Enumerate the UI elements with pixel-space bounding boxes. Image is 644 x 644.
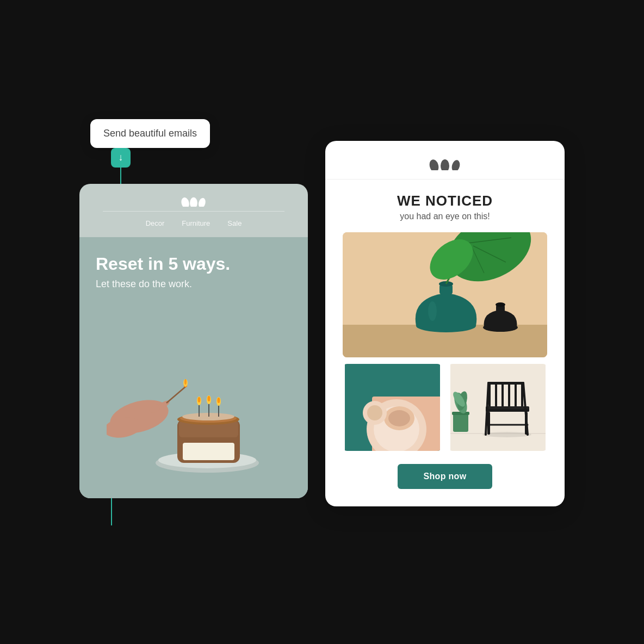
nav-item-sale[interactable]: Sale: [227, 219, 242, 227]
we-noticed-heading: WE NOTICED: [343, 193, 547, 209]
svg-line-7: [166, 387, 185, 403]
right-email-card: WE NOTICED you had an eye on this!: [325, 141, 565, 506]
left-email-card: Decor Furniture Sale Reset in 5 ways. Le…: [79, 184, 308, 498]
connector-line-top: [120, 168, 121, 184]
left-header-divider: [103, 211, 285, 212]
candle-svg: [107, 302, 281, 498]
svg-point-10: [184, 379, 187, 385]
svg-point-29: [441, 159, 449, 170]
left-email-header: Decor Furniture Sale: [79, 184, 308, 237]
svg-point-27: [218, 398, 220, 403]
svg-rect-69: [486, 406, 529, 409]
candle-image: [79, 302, 308, 498]
svg-point-23: [198, 397, 201, 403]
chair-product-image: [448, 364, 547, 451]
main-container: Send beautiful emails ↓ Deco: [58, 97, 586, 547]
right-logo: [429, 154, 461, 170]
plates-svg: [345, 364, 440, 451]
svg-point-0: [180, 196, 190, 207]
svg-point-2: [197, 197, 206, 207]
hero-subtitle: Let these do the work.: [96, 278, 230, 290]
left-column: Send beautiful emails ↓ Deco: [79, 119, 308, 525]
vase-product-svg: [343, 232, 547, 357]
svg-point-25: [208, 396, 210, 401]
arrow-down-button[interactable]: ↓: [111, 148, 131, 168]
nav-item-decor[interactable]: Decor: [146, 219, 165, 227]
chair-svg: [450, 364, 546, 451]
svg-point-1: [190, 197, 197, 206]
shop-now-button[interactable]: Shop now: [398, 464, 493, 489]
nav-item-furniture[interactable]: Furniture: [182, 219, 210, 227]
svg-rect-66: [515, 383, 517, 408]
right-email-body: WE NOTICED you had an eye on this!: [325, 179, 565, 506]
svg-rect-64: [501, 383, 504, 408]
product-grid: [343, 364, 547, 451]
svg-point-53: [367, 405, 382, 420]
svg-point-30: [450, 159, 461, 170]
svg-point-28: [429, 158, 440, 170]
svg-rect-65: [508, 383, 510, 408]
svg-point-18: [182, 413, 234, 420]
tooltip-text: Send beautiful emails: [103, 128, 197, 139]
hero-text-block: Reset in 5 ways. Let these do the work.: [96, 253, 230, 290]
arrow-down-icon: ↓: [119, 152, 123, 163]
tooltip-box: Send beautiful emails: [90, 119, 210, 148]
svg-point-75: [482, 432, 531, 437]
eye-on-this-subheading: you had an eye on this!: [343, 212, 547, 221]
svg-rect-56: [453, 413, 468, 432]
plates-product-image: [343, 364, 442, 451]
main-product-image: [343, 232, 547, 357]
svg-rect-15: [183, 443, 234, 460]
left-nav: Decor Furniture Sale: [146, 216, 242, 231]
svg-rect-63: [495, 383, 497, 408]
left-email-hero: Reset in 5 ways. Let these do the work.: [79, 237, 308, 498]
right-email-header: [325, 141, 565, 179]
arrow-connector: ↓: [111, 148, 131, 184]
svg-point-44: [496, 302, 505, 307]
svg-rect-68: [487, 382, 524, 385]
svg-point-45: [428, 301, 437, 321]
svg-point-51: [388, 410, 410, 426]
connector-line-bottom: [111, 498, 112, 525]
hero-title: Reset in 5 ways.: [96, 253, 230, 274]
left-logo: [180, 194, 207, 207]
